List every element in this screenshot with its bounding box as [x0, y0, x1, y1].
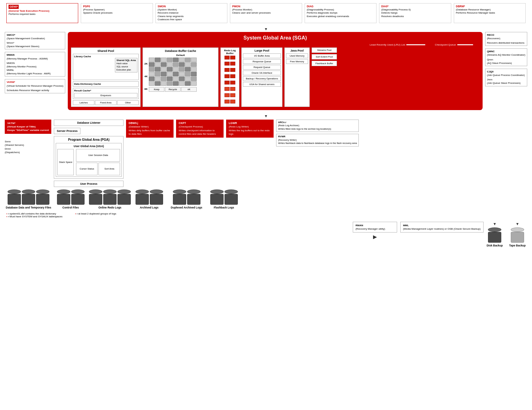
cell: [179, 67, 185, 71]
redo-cell: [230, 68, 235, 72]
lru-line: [406, 44, 425, 45]
notes-left: • • system01.dbf contains the data dicti…: [6, 212, 62, 218]
sort-area: Sort Area: [98, 163, 120, 175]
server-process-box: Server Process: [54, 128, 80, 134]
cylinder: [22, 189, 35, 205]
diag-subtitle: (Diagnosability Process): [307, 8, 374, 11]
flashback-label: Flashback Logs: [214, 206, 234, 209]
process-psp0: PSP0 (Process Spawner) Spawns Oracle pro…: [81, 3, 153, 23]
gen0-title: GEN0*: [9, 5, 19, 9]
redo-cell: [230, 56, 235, 59]
redo-cell-light: [225, 100, 230, 103]
storage-archived-logs: Archived Logs: [133, 189, 165, 209]
size-labels: 2K 4K 8K: [144, 58, 148, 96]
rvwr-desc: Writes flashback data to flashback datab…: [278, 142, 357, 145]
lp-uga: UGA for Shared servers: [243, 82, 281, 87]
bottom-section: RMAN (Recovery Manager utility) ▶ MML (M…: [3, 220, 529, 249]
cylinder: [8, 189, 21, 205]
disk-backup-item: ▼ Disk Backup: [487, 222, 503, 247]
arrow-to-sga: ▼: [3, 27, 529, 31]
note-bullet2: •: [6, 215, 7, 218]
uga-cols: User Session Data Cursor Status Sort Are…: [76, 149, 120, 175]
checkpoint-label: Checkpoint Queue: [435, 43, 456, 46]
cell: [149, 58, 155, 62]
cell: [191, 67, 197, 71]
left-label-smco: SMCO* (Space Management Coordinator) Wnn…: [5, 32, 65, 50]
keep-recycle-row: Keep Recycle nK: [149, 87, 197, 92]
cylinder: [57, 189, 70, 205]
dbw0-desc: Writes dirty buffers from buffer cache t…: [129, 129, 171, 136]
cell: [149, 62, 155, 67]
arc-rvwr-col: ARCn.r (Redo Log Archiver) Writes filled…: [276, 120, 359, 146]
note-system01: • • system01.dbf contains the data dicti…: [6, 212, 62, 215]
sort-extent-pool: Sort Extent Pool: [312, 54, 337, 59]
mman-subtitle: (Memory Manager Process - ASMM): [7, 57, 63, 60]
data-dictionary-cache: Data Dictionary Cache: [73, 81, 139, 87]
ckpt-subtitle: (Checkpoint Process): [179, 125, 221, 128]
cell: [173, 72, 179, 76]
note-bullet1: •: [6, 212, 7, 215]
smon-title: SMON: [158, 5, 225, 8]
size-2k: 2K: [144, 62, 148, 65]
sga-right-labels: RECO (Recoverer) Recovers distributed tr…: [485, 32, 527, 110]
grid-row-3: [149, 67, 197, 71]
snnn-box: Snnn (Shared Servers) Dnnn (Dispatchers): [5, 136, 51, 154]
cell: [173, 58, 179, 62]
redo-cell: [225, 68, 230, 72]
redo-cell: [230, 81, 235, 84]
note-duplexed-text: • at least 2 duplexed groups of logs: [77, 212, 116, 215]
cell: [191, 62, 197, 67]
other-box: Other: [117, 100, 139, 105]
process-dbrm: DBRM* (Database Resource Manager) Perfor…: [454, 3, 526, 23]
mml-title: MML: [403, 224, 481, 227]
lru-bar: Least Recently Used (LRU) List: [370, 43, 425, 46]
redo-log-buffer: Redo Log Buffer: [220, 47, 239, 107]
redo-cell-light: [230, 100, 235, 103]
lru-checkpoint-bar: Least Recently Used (LRU) List Checkpoin…: [71, 43, 479, 46]
right-pools: Streams Pool Sort Extent Pool Flashback …: [312, 47, 337, 107]
smco-subtitle: (Space Management Coordinator): [7, 37, 63, 40]
jp-used-memory: Used Memory: [286, 53, 308, 58]
sga-main: System Global Area (SGA) Least Recently …: [68, 32, 483, 110]
pmon-desc: Cleans user and server processes: [232, 11, 300, 15]
rman-box: RMAN (Recovery Manager utility): [353, 222, 397, 233]
qmnc-title: QMNC: [487, 50, 525, 53]
process-pmon: PMON (Process Monitor) Cleans user and s…: [230, 3, 302, 23]
smon-desc: Recovers instance Cleans temp segments C…: [158, 11, 225, 21]
cell: [173, 77, 179, 81]
cell: [185, 81, 191, 86]
process-smon: SMON (System Monitor) Recovers instance …: [155, 3, 227, 23]
control-files-cylinders: [57, 189, 85, 205]
server-row: Server Process: [54, 128, 124, 134]
db-data-cylinders: [8, 189, 49, 205]
redo-cell: [225, 81, 230, 84]
cell: [191, 77, 197, 81]
right-label-qmnc: QMNC (Streams AQ Monitor Coordinator) Qn…: [485, 48, 527, 66]
cell: [167, 67, 173, 71]
cjq0-subtitle: (Job Queue Process Coordinator): [487, 73, 525, 77]
mman-title: MMAN: [7, 53, 63, 57]
lp-response-queue: Response Queue: [243, 59, 281, 64]
ckpt-title: CKPT: [179, 121, 221, 125]
archived-logs-label: Archived Logs: [140, 206, 158, 209]
arrow-sga-to-pga: ▼: [3, 114, 529, 118]
cell: [185, 67, 191, 71]
dbrm-desc: Performs Resource Manager tasks: [456, 11, 523, 15]
uga-bottom-row: Cursor Status Sort Area: [76, 163, 120, 175]
large-pool-inner: I/O Buffer Area Response Queue Request Q…: [243, 53, 281, 87]
lgwr-box: LGWR (Redo Log Writer) Writes the log bu…: [226, 120, 274, 138]
streams-pool: Streams Pool: [312, 47, 337, 53]
sga-left-labels: SMCO* (Space Management Coordinator) Wnn…: [5, 32, 65, 110]
ckpt-desc: Writes checkpoint information to control…: [179, 129, 221, 136]
latches-box: Latches: [73, 100, 94, 105]
cell: [149, 72, 155, 76]
note-duplexed: • • at least 2 duplexed groups of logs: [75, 212, 116, 215]
arc-subtitle: (Redo Log Archiver): [278, 124, 357, 127]
reco-title: RECO: [487, 33, 525, 37]
cylinder: [225, 189, 238, 205]
arc-desc: Writes filled redo logs to the archive l…: [278, 127, 357, 131]
storage-control-files: Control Files: [55, 189, 86, 209]
cylinder: [103, 189, 117, 205]
cell: [179, 62, 185, 67]
control-files-label: Control Files: [62, 206, 79, 209]
